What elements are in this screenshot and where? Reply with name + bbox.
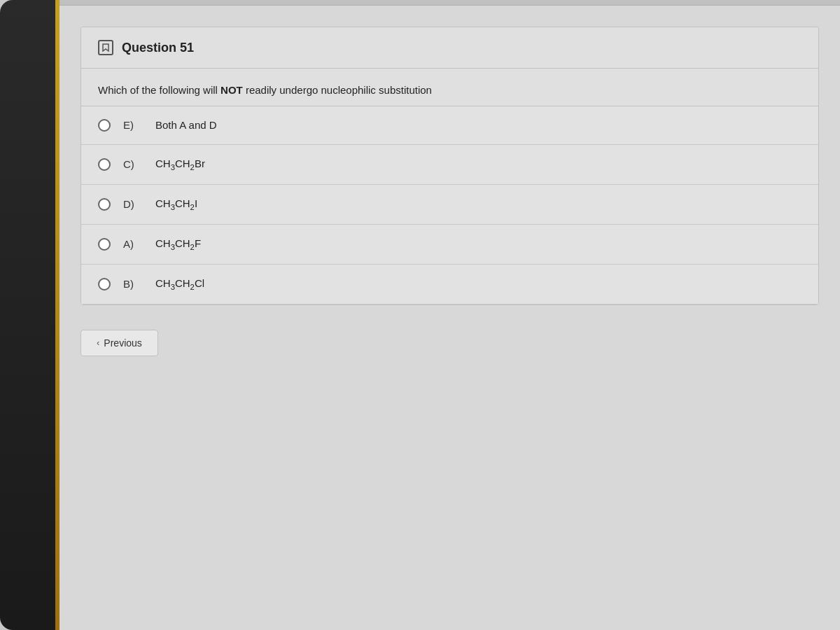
- option-text-a: CH3CH2F: [155, 237, 201, 251]
- option-text-e: Both A and D: [155, 119, 217, 131]
- radio-b[interactable]: [98, 278, 111, 290]
- sidebar: [0, 0, 59, 630]
- question-container: Question 51 Which of the following will …: [80, 27, 819, 305]
- sidebar-accent: [55, 0, 59, 630]
- previous-label: Previous: [104, 337, 141, 349]
- svg-marker-0: [103, 44, 108, 51]
- option-label-d: D): [123, 198, 143, 210]
- option-label-a: A): [123, 238, 143, 250]
- radio-c[interactable]: [98, 158, 111, 171]
- option-row-d[interactable]: D) CH3CH2I: [81, 185, 818, 225]
- radio-d[interactable]: [98, 198, 111, 211]
- option-row-e[interactable]: E) Both A and D: [81, 106, 818, 145]
- options-container: E) Both A and D C) CH3CH2Br D) CH3CH2I A…: [81, 106, 818, 304]
- option-label-b: B): [123, 278, 143, 290]
- top-border: [59, 0, 840, 6]
- option-label-c: C): [123, 158, 143, 170]
- chevron-left-icon: ‹: [97, 337, 99, 348]
- main-content: Question 51 Which of the following will …: [59, 0, 840, 630]
- option-row-c[interactable]: C) CH3CH2Br: [81, 145, 818, 185]
- question-text-bold: NOT: [220, 84, 243, 96]
- bottom-nav: ‹ Previous: [80, 330, 819, 356]
- question-body: Which of the following will NOT readily …: [81, 69, 818, 106]
- question-text-prefix: Which of the following will: [98, 84, 220, 96]
- question-icon: [98, 40, 113, 55]
- previous-button[interactable]: ‹ Previous: [80, 330, 158, 356]
- option-row-b[interactable]: B) CH3CH2Cl: [81, 265, 818, 304]
- radio-a[interactable]: [98, 238, 111, 251]
- bookmark-icon: [102, 43, 110, 52]
- radio-e[interactable]: [98, 119, 111, 132]
- question-text-suffix: readily undergo nucleophilic substitutio…: [243, 84, 432, 96]
- option-label-e: E): [123, 119, 143, 131]
- question-header: Question 51: [81, 27, 818, 69]
- option-text-b: CH3CH2Cl: [155, 277, 204, 291]
- option-text-c: CH3CH2Br: [155, 158, 205, 172]
- option-text-d: CH3CH2I: [155, 197, 197, 211]
- option-row-a[interactable]: A) CH3CH2F: [81, 225, 818, 265]
- question-text: Which of the following will NOT readily …: [98, 83, 802, 99]
- question-title: Question 51: [122, 41, 194, 55]
